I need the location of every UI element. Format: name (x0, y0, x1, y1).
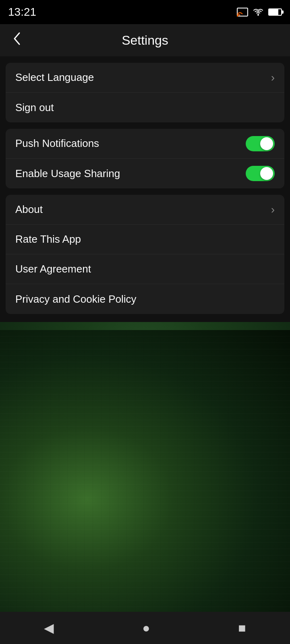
select-language-label: Select Language (15, 71, 94, 84)
grass-texture (0, 330, 290, 612)
status-time: 13:21 (8, 6, 36, 19)
cast-icon (237, 8, 248, 17)
select-language-item[interactable]: Select Language › (6, 63, 284, 93)
rate-app-item[interactable]: Rate This App (6, 225, 284, 254)
navigation-bar: ◀ ● ■ (0, 612, 290, 644)
wifi-icon (253, 8, 263, 16)
battery-icon (268, 8, 282, 16)
push-notifications-toggle[interactable] (246, 136, 275, 151)
privacy-policy-label: Privacy and Cookie Policy (15, 293, 137, 305)
toggle-knob (260, 137, 273, 150)
svg-point-2 (257, 14, 259, 16)
sign-out-item[interactable]: Sign out (6, 93, 284, 122)
nav-home-button[interactable]: ● (130, 617, 162, 640)
chevron-right-icon: › (271, 71, 275, 84)
push-notifications-label: Push Notifications (15, 137, 99, 150)
user-agreement-label: User Agreement (15, 263, 91, 275)
account-section: Select Language › Sign out (6, 63, 284, 122)
nav-back-button[interactable]: ◀ (32, 616, 66, 640)
preferences-section: Push Notifications Enable Usage Sharing (6, 129, 284, 188)
rate-app-label: Rate This App (15, 233, 81, 246)
back-button[interactable] (8, 27, 26, 53)
settings-content: Select Language › Sign out Push Notifica… (0, 63, 290, 314)
sign-out-label: Sign out (15, 101, 54, 114)
usage-sharing-label: Enable Usage Sharing (15, 167, 120, 180)
push-notifications-item[interactable]: Push Notifications (6, 129, 284, 159)
about-item[interactable]: About › (6, 195, 284, 225)
nav-recent-button[interactable]: ■ (226, 617, 258, 640)
app-header: Settings (0, 24, 290, 56)
status-bar: 13:21 (0, 0, 290, 24)
usage-sharing-item[interactable]: Enable Usage Sharing (6, 159, 284, 188)
page-title: Settings (122, 33, 168, 48)
usage-sharing-toggle[interactable] (246, 166, 275, 181)
user-agreement-item[interactable]: User Agreement (6, 254, 284, 284)
about-chevron-icon: › (271, 203, 275, 216)
privacy-policy-item[interactable]: Privacy and Cookie Policy (6, 284, 284, 314)
status-icons (237, 8, 282, 17)
info-section: About › Rate This App User Agreement Pri… (6, 195, 284, 314)
about-label: About (15, 203, 43, 216)
toggle-knob-2 (260, 167, 273, 180)
